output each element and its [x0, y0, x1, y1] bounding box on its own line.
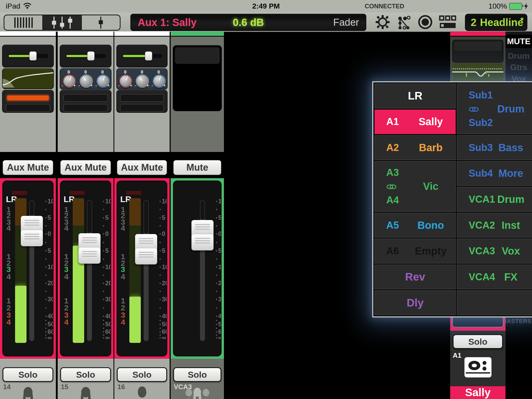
popup-cell-id: A1: [375, 116, 415, 127]
channel-upper-area: [0, 37, 56, 152]
popup-row-A2[interactable]: A2Barb: [375, 135, 456, 160]
scale-label: 5: [218, 214, 222, 221]
popup-row-A1[interactable]: A1Sally: [375, 110, 456, 134]
pan-knob[interactable]: [29, 51, 37, 61]
mute-button[interactable]: Mute: [173, 159, 222, 176]
patch-routing-icon[interactable]: [396, 15, 411, 30]
channel-upper-area: 0-+0-+0-+: [58, 37, 114, 152]
popup-cell-id: VCA2: [457, 220, 497, 231]
popup-cell-id: Sub4: [457, 168, 497, 179]
pan-thumbnail[interactable]: [116, 45, 168, 68]
popup-row-A5[interactable]: A5Bono: [375, 213, 456, 238]
tab-faders-view[interactable]: [42, 15, 81, 30]
eq-knob[interactable]: 0-+: [62, 70, 76, 88]
aux-mute-button[interactable]: Aux Mute: [116, 159, 168, 176]
clip-indicator: [12, 191, 27, 195]
popup-row-Dly[interactable]: Dly: [375, 290, 456, 315]
popup-row-VCA4[interactable]: VCA4FX: [457, 265, 532, 289]
aux-mute-button[interactable]: Aux Mute: [2, 159, 54, 176]
fader-cap-secondary[interactable]: [191, 234, 214, 250]
popup-row-VCA1[interactable]: VCA1Drum: [457, 187, 532, 212]
scale-dot: [103, 283, 104, 284]
solo-button[interactable]: Solo: [173, 367, 221, 382]
plugin-slot-1[interactable]: [6, 94, 50, 102]
eq-knob[interactable]: 0-+: [118, 70, 132, 88]
scale-label: 5: [105, 247, 109, 254]
popup-row-LR[interactable]: LR: [375, 84, 456, 108]
scale-dot: [159, 225, 161, 227]
popup-row-A6[interactable]: A6Empty: [375, 239, 456, 263]
plugin-slot-1[interactable]: [120, 94, 164, 102]
plugin-slots[interactable]: [60, 90, 111, 113]
popup-row-Sub4[interactable]: Sub4More: [457, 161, 532, 186]
popup-cell-name: Sally: [415, 116, 455, 128]
record-icon[interactable]: [418, 15, 433, 30]
plugin-slot-1[interactable]: [63, 94, 108, 102]
show-button[interactable]: 2 Headline *: [465, 14, 527, 31]
selected-channel-display[interactable]: Aux 1: Sally 0.6 dB Fader: [130, 14, 366, 31]
solo-button[interactable]: Solo: [3, 367, 53, 382]
gain-knobs-panel[interactable]: 0-+0-+0-+: [60, 68, 111, 90]
knob-pointer: [69, 76, 71, 81]
gain-knobs-panel[interactable]: 0-+0-+0-+: [116, 68, 168, 90]
scale-dot: [103, 209, 104, 210]
fader-cap-secondary[interactable]: [135, 248, 157, 264]
scale-dot: [216, 217, 217, 218]
scale-dot: [159, 316, 161, 317]
pan-thumbnail[interactable]: [2, 45, 54, 68]
plugin-slot-2[interactable]: [63, 104, 108, 112]
eq-thumbnail[interactable]: [2, 68, 54, 89]
plugin-slots[interactable]: [2, 90, 54, 113]
vca-thumbnail-box[interactable]: [173, 45, 222, 111]
masters-item-gtrs[interactable]: Gtrs: [506, 63, 532, 72]
knob-value-label: 0: [96, 70, 110, 75]
fader-cap-secondary[interactable]: [21, 230, 43, 246]
pan-thumbnail[interactable]: [60, 45, 111, 68]
tab-mixer-view[interactable]: [4, 15, 42, 30]
masters-item-drum[interactable]: Drum: [506, 51, 532, 61]
popup-cell-name: Barb: [415, 142, 455, 154]
pan-knob[interactable]: [145, 51, 152, 61]
aux-mute-button[interactable]: Aux Mute: [60, 159, 111, 176]
eq-knob[interactable]: 0-+: [135, 70, 149, 88]
master-thumbnail-box[interactable]: [452, 40, 503, 63]
popup-row-VCA3[interactable]: VCA3Vox: [457, 239, 532, 263]
knob-plus-label: +: [73, 83, 76, 88]
eq-knob[interactable]: 0-+: [96, 70, 110, 88]
popup-row-Rev[interactable]: Rev: [375, 265, 456, 289]
channel-strip-sally: Aux MuteLR12341234123410505102030405060∞…: [0, 31, 56, 399]
gain-reduction-bar: [7, 95, 49, 101]
tab-channel-view[interactable]: [81, 15, 120, 30]
eq-knob[interactable]: 0-+: [79, 70, 93, 88]
scale-label: 40: [218, 312, 222, 320]
master-geq-thumbnail[interactable]: [452, 63, 503, 81]
popup-row-VCA2[interactable]: VCA2Inst: [457, 213, 532, 238]
scale-dot: [216, 337, 217, 338]
knob-minus-label: -: [79, 83, 80, 88]
popup-cell-name: Empty: [415, 245, 455, 257]
scale-dot: [216, 283, 217, 284]
fader-cap-secondary[interactable]: [78, 248, 101, 264]
scale-label: 40: [162, 312, 167, 320]
plugin-slots[interactable]: [116, 90, 168, 113]
master-name-footer[interactable]: Sally: [450, 386, 506, 399]
scale-dot: [103, 324, 104, 325]
plugin-slot-2[interactable]: [120, 104, 164, 112]
solo-button[interactable]: Solo: [117, 367, 167, 382]
scale-dot: [45, 209, 46, 210]
settings-gear-icon[interactable]: [375, 15, 390, 30]
scale-dot: [103, 201, 104, 202]
scale-dot: [216, 209, 217, 210]
popup-row-Sub3[interactable]: Sub3Bass: [457, 135, 532, 160]
master-solo-button[interactable]: Solo: [453, 334, 503, 349]
solo-button[interactable]: Solo: [60, 367, 111, 382]
assign-number: 4: [6, 272, 11, 281]
popup-row-Sub1[interactable]: Sub1Sub2Drum: [457, 84, 532, 134]
popup-row-A3[interactable]: A3A4Vic: [375, 161, 456, 212]
shows-layout-icon[interactable]: [439, 15, 456, 30]
eq-knob[interactable]: 0-+: [152, 70, 166, 88]
knob-minus-label: -: [118, 83, 119, 88]
plugin-slot-2[interactable]: [6, 104, 50, 112]
pan-knob[interactable]: [87, 51, 95, 61]
channel-upper-area: [171, 37, 224, 152]
